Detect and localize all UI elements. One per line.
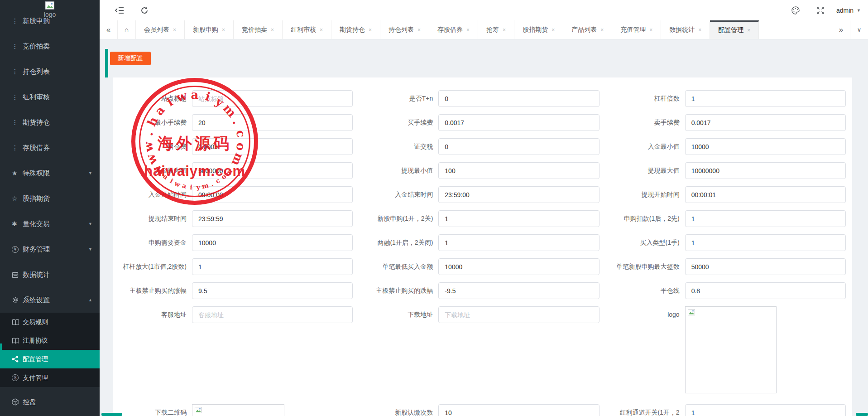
field-input[interactable] (192, 162, 353, 179)
close-icon[interactable]: × (747, 27, 750, 34)
field-input[interactable] (685, 114, 846, 131)
sidebar-item[interactable]: 控盘 (0, 389, 100, 415)
logo-label: logo (0, 11, 100, 18)
tab-配置管理[interactable]: 配置管理× (710, 20, 759, 39)
field-input[interactable] (685, 282, 846, 299)
tab-期货持仓[interactable]: 期货持仓× (331, 20, 380, 39)
field-input[interactable] (192, 258, 353, 275)
caret-down-icon: ▼ (88, 247, 92, 252)
field-input[interactable] (438, 282, 599, 299)
sidebar-item[interactable]: ⋮持仓列表 (0, 59, 100, 84)
sidebar-item[interactable]: 配置管理 (0, 350, 100, 368)
field-input[interactable] (685, 258, 846, 275)
close-icon[interactable]: × (649, 27, 652, 33)
close-icon[interactable]: × (698, 27, 701, 33)
sidebar-item[interactable]: ⋮期货持仓 (0, 110, 100, 135)
user-menu[interactable]: admin ▼ (836, 0, 861, 20)
field-input[interactable] (192, 282, 353, 299)
field-input[interactable] (438, 210, 599, 227)
close-icon[interactable]: × (271, 27, 274, 33)
sidebar-item[interactable]: 数据统计 (0, 262, 100, 287)
close-icon[interactable]: × (466, 27, 470, 33)
field-input[interactable] (192, 138, 353, 155)
tab-股指期货[interactable]: 股指期货× (514, 20, 563, 39)
fullscreen-icon[interactable] (816, 6, 825, 15)
field-input[interactable] (192, 114, 353, 131)
close-icon[interactable]: × (503, 27, 506, 33)
close-icon[interactable]: × (551, 27, 555, 33)
field-control (685, 90, 846, 107)
field-input[interactable] (438, 90, 599, 107)
field-input[interactable] (438, 306, 599, 323)
theme-palette-icon[interactable] (791, 6, 800, 15)
sidebar-item[interactable]: 注册协议 (0, 331, 100, 350)
horizontal-scrollbar-thumb[interactable] (101, 413, 122, 416)
sidebar-item[interactable]: ☆股指期货 (0, 186, 100, 211)
tab-持仓列表[interactable]: 持仓列表× (380, 20, 429, 39)
tab-新股申购[interactable]: 新股申购× (185, 20, 234, 39)
tab-充值管理[interactable]: 充值管理× (612, 20, 661, 39)
field-input[interactable] (685, 138, 846, 155)
image-upload-box[interactable] (685, 306, 777, 393)
field-input[interactable] (685, 234, 846, 251)
tab-会员列表[interactable]: 会员列表× (136, 20, 185, 39)
home-tab-icon[interactable]: ⌂ (118, 20, 136, 39)
field-input[interactable] (685, 210, 846, 227)
close-icon[interactable]: × (173, 27, 176, 33)
field-label: 证交税 (359, 138, 438, 155)
tab-产品列表[interactable]: 产品列表× (563, 20, 612, 39)
field-input[interactable] (438, 258, 599, 275)
form-field: 杠杆放大(1市值,2股数) (113, 258, 359, 275)
close-icon[interactable]: × (369, 27, 372, 33)
sidebar-item[interactable]: ⋮竞价拍卖 (0, 34, 100, 59)
field-input[interactable] (438, 234, 599, 251)
field-input[interactable] (192, 306, 353, 323)
field-input[interactable] (438, 162, 599, 179)
field-input[interactable] (438, 186, 599, 203)
form-field: 单笔最低买入金额 (359, 258, 605, 275)
field-label: 提现开始时间 (606, 186, 685, 203)
close-icon[interactable]: × (222, 27, 225, 33)
tab-竞价拍卖[interactable]: 竞价拍卖× (234, 20, 283, 39)
field-control (192, 138, 353, 155)
sidebar-item[interactable]: ¥财务管理▼ (0, 237, 100, 262)
field-input[interactable] (685, 90, 846, 107)
close-icon[interactable]: × (320, 27, 323, 33)
tabs-scroll-right-button[interactable]: » (832, 20, 850, 39)
field-input[interactable] (192, 90, 353, 107)
field-input[interactable] (438, 138, 599, 155)
sidebar-item[interactable]: ⋮红利审核 (0, 84, 100, 110)
field-input[interactable] (685, 404, 846, 416)
tab-存股借券[interactable]: 存股借券× (429, 20, 478, 39)
form-field: 买手续费 (359, 114, 605, 131)
close-icon[interactable]: × (600, 27, 604, 33)
close-icon[interactable]: × (417, 27, 421, 33)
field-input[interactable] (685, 162, 846, 179)
sidebar-item[interactable]: ✱量化交易▼ (0, 211, 100, 237)
refresh-icon[interactable] (140, 6, 149, 15)
broken-logo-image-icon (45, 1, 54, 11)
image-upload-box[interactable] (192, 404, 284, 416)
sidebar-item[interactable]: ★特殊权限▼ (0, 160, 100, 186)
tabs-dropdown-button[interactable]: ∨ (850, 20, 868, 39)
field-input[interactable] (192, 234, 353, 251)
tab-红利审核[interactable]: 红利审核× (283, 20, 331, 39)
tab-数据统计[interactable]: 数据统计× (661, 20, 710, 39)
menu-fold-icon[interactable] (115, 7, 124, 14)
field-input[interactable] (438, 404, 599, 416)
sidebar-scrollbar-thumb[interactable] (0, 343, 2, 350)
field-input[interactable] (438, 114, 599, 131)
field-input[interactable] (685, 186, 846, 203)
sidebar-item[interactable]: $支付管理 (0, 368, 100, 387)
add-config-button[interactable]: 新增配置 (110, 52, 151, 65)
field-input[interactable] (192, 186, 353, 203)
sidebar-item[interactable]: 交易规则 (0, 313, 100, 331)
vertical-scrollbar-thumb[interactable] (856, 413, 868, 416)
dots-icon: ⋮ (12, 43, 21, 50)
tabs-scroll-left-button[interactable]: « (100, 20, 118, 39)
field-input[interactable] (192, 210, 353, 227)
sidebar-item[interactable]: ⋮存股借券 (0, 135, 100, 160)
tab-抢筹[interactable]: 抢筹× (478, 20, 514, 39)
tab-label: 产品列表 (571, 26, 597, 34)
sidebar-item[interactable]: 系统设置▲ (0, 287, 100, 313)
